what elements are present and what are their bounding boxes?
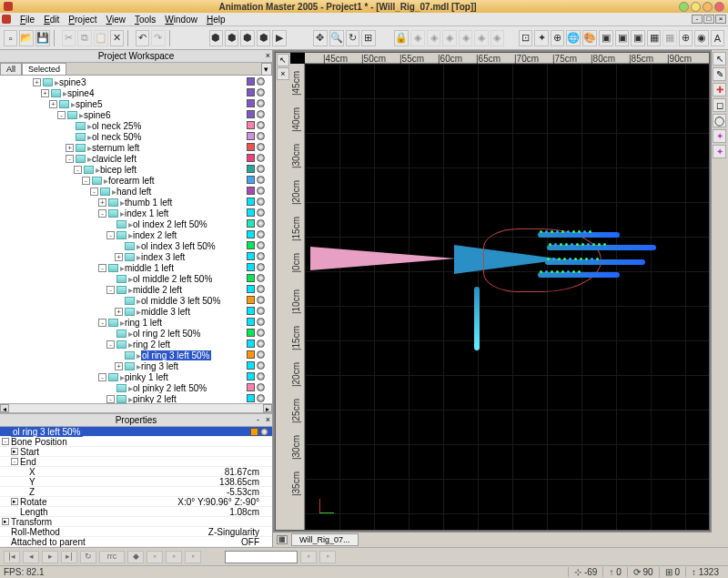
visibility-icon[interactable] [257,132,265,140]
tree-row[interactable]: ▸ ol index 3 left 50% [0,240,272,251]
menu-tools[interactable]: Tools [130,14,160,25]
tree-row[interactable]: ▸ ol neck 50% [0,131,272,142]
visibility-icon[interactable] [257,187,265,195]
text-button[interactable]: A [711,30,724,46]
menu-file[interactable]: File [15,14,39,25]
tree-row[interactable]: ▸ ol index 2 left 50% [0,218,272,229]
tree-label[interactable]: ol ring 2 left 50% [133,329,201,339]
vp-arrow-button[interactable]: ↖ [277,54,289,66]
tool-b-button[interactable]: ⬢ [225,30,238,46]
add-tool[interactable]: ✚ [713,83,726,96]
tree-label[interactable]: ol ring 3 left 50% [141,350,211,360]
visibility-icon[interactable] [257,318,265,326]
property-value[interactable]: X:0° Y:90.96° Z:-90° [126,497,272,507]
maximize-button[interactable] [691,2,701,12]
tab-selected[interactable]: Selected [22,63,66,75]
tree-row[interactable]: -▸ spine6 [0,109,272,120]
copy-button[interactable]: ⧉ [77,30,91,46]
tree-label[interactable]: sternum left [92,143,139,153]
tree-label[interactable]: index 2 left [133,230,177,240]
tl-time-field[interactable] [225,551,298,563]
property-row[interactable]: ▸Transform [0,517,272,527]
t3-button[interactable]: ◈ [442,30,456,46]
tree-label[interactable]: ring 2 left [133,340,170,350]
properties-pin-button[interactable]: - [257,415,259,424]
minimize-button[interactable] [679,2,689,12]
property-value[interactable]: 1.08cm [199,507,272,517]
tree-label[interactable]: spine3 [59,77,86,87]
tree-label[interactable]: ring 3 left [141,361,178,371]
color-swatch[interactable] [247,383,255,391]
expand-toggle[interactable]: + [115,308,123,316]
color-swatch[interactable] [247,263,255,271]
tree-row[interactable]: +▸ thumb 1 left [0,197,272,208]
expand-toggle[interactable]: - [106,286,115,294]
property-row[interactable]: Z-5.53cm [0,487,272,497]
property-row[interactable]: Length1.08cm [0,507,272,517]
tree-label[interactable]: spine6 [84,110,110,120]
delete-button[interactable]: ✕ [110,30,124,46]
visibility-icon[interactable] [257,208,265,217]
property-value[interactable]: Z-Singularity [199,527,272,537]
color-swatch[interactable] [247,154,255,162]
property-row[interactable]: ▸Start [0,447,272,457]
menu-project[interactable]: Project [64,14,101,25]
color-swatch[interactable] [247,230,255,238]
tree-hscroll[interactable]: ◂▸ [0,403,272,412]
t1-button[interactable]: ◈ [410,30,424,46]
tree-row[interactable]: -▸ bicep left [0,164,272,175]
pal-button[interactable]: 🎨 [582,30,597,46]
color-swatch[interactable] [247,350,255,359]
tl-next-button[interactable]: ▸| [61,551,77,563]
color-swatch[interactable] [247,394,255,402]
globe-button[interactable]: 🌐 [566,30,581,46]
property-row[interactable]: X81.67cm [0,467,272,477]
properties-close-button[interactable]: × [266,415,270,424]
t4-button[interactable]: ◈ [459,30,472,46]
viewport-tab[interactable]: Will_Rig_07... [291,533,359,546]
tree-row[interactable]: ▸ ol ring 3 left 50% [0,350,272,360]
tree-label[interactable]: ol middle 3 left 50% [141,296,220,306]
visibility-icon[interactable] [257,241,265,249]
color-swatch[interactable] [247,241,255,249]
color-swatch[interactable] [247,165,255,173]
tree-label[interactable]: middle 3 left [141,307,190,317]
expand-toggle[interactable]: - [90,188,98,196]
visibility-icon[interactable] [257,154,265,162]
tree-label[interactable]: ring 1 left [125,318,162,328]
expand-toggle[interactable]: - [98,319,106,327]
mdi-restore-button[interactable]: □ [703,15,714,24]
m6-button[interactable]: ⊕ [679,30,693,46]
t2-button[interactable]: ◈ [427,30,440,46]
color-swatch[interactable] [247,198,255,206]
expand-toggle[interactable]: - [57,111,66,119]
rotate-button[interactable]: ↻ [346,30,359,46]
tree-label[interactable]: ol neck 50% [92,132,141,142]
tree-row[interactable]: +▸ middle 3 left [0,306,272,317]
menu-help[interactable]: Help [202,14,230,25]
color-swatch[interactable] [247,361,255,370]
tree-row[interactable]: +▸ spine3 [0,76,272,87]
m4-button[interactable]: ▦ [647,30,661,46]
vp-tab-icon[interactable]: ▦ [277,535,288,544]
t6-button[interactable]: ◈ [490,30,504,46]
tab-more-button[interactable]: ▾ [261,63,272,75]
visibility-icon[interactable] [257,143,265,151]
properties-visibility-icon[interactable] [260,428,268,436]
tree-row[interactable]: -▸ middle 2 left [0,284,272,295]
tree-label[interactable]: pinky 1 left [125,372,168,382]
menu-window[interactable]: Window [160,14,202,25]
property-value[interactable]: -5.53cm [199,487,272,497]
tree-row[interactable]: +▸ spine5 [0,98,272,109]
circle-tool[interactable]: ◯ [713,114,726,127]
snap1-button[interactable]: ⊡ [519,30,532,46]
tool-a-button[interactable]: ⬢ [209,30,223,46]
visibility-icon[interactable] [257,176,265,184]
properties-color-swatch[interactable] [250,428,258,436]
visibility-icon[interactable] [257,394,265,402]
tree-row[interactable]: -▸ index 2 left [0,229,272,240]
visibility-icon[interactable] [257,219,265,228]
tl-b2-button[interactable]: ▫ [166,551,182,563]
property-value[interactable]: 81.67cm [199,467,272,477]
visibility-icon[interactable] [257,88,265,96]
